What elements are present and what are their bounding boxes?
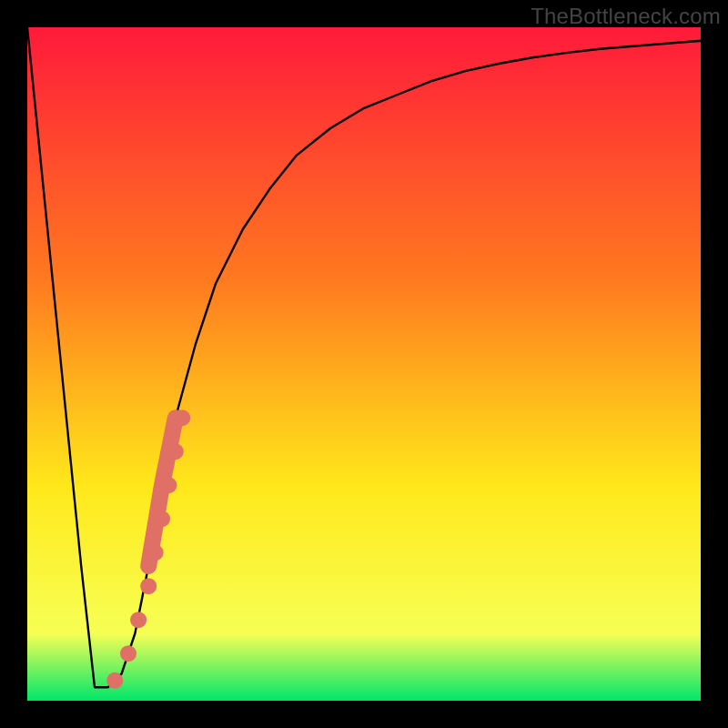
marker-dot [174, 410, 190, 426]
marker-dot [154, 511, 170, 527]
marker-dot [130, 612, 147, 628]
marker-dot [106, 672, 123, 689]
marker-dot [147, 544, 164, 561]
plot-area [27, 27, 701, 701]
marker-dot [120, 645, 136, 662]
chart-svg [27, 27, 701, 701]
marker-dot [167, 443, 184, 460]
marker-dot [160, 477, 177, 493]
watermark-text: TheBottleneck.com [531, 4, 721, 29]
marker-dot [140, 578, 157, 594]
gradient-background [27, 27, 701, 701]
chart-frame: TheBottleneck.com [0, 0, 728, 728]
